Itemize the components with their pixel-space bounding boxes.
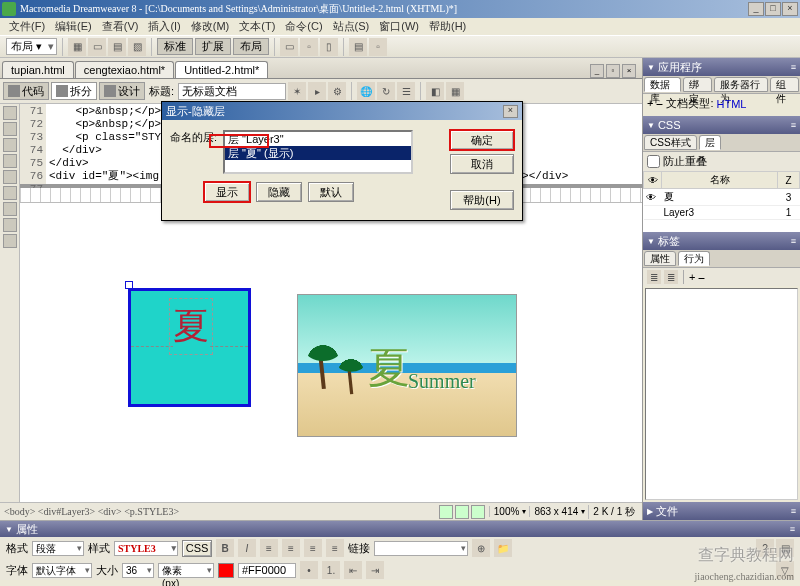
view-code-button[interactable]: 代码 [3, 82, 49, 100]
help-button[interactable]: 帮助(H) [450, 190, 514, 210]
minimize-button[interactable]: _ [748, 2, 764, 16]
outdent-icon[interactable]: ⇤ [344, 561, 362, 579]
preview-icon[interactable]: 🌐 [357, 82, 375, 100]
text-color-swatch[interactable] [218, 563, 234, 578]
panel-tag[interactable]: ▼标签≡ [643, 232, 800, 250]
menu-site[interactable]: 站点(S) [330, 18, 373, 35]
panel-menu-icon[interactable]: ≡ [791, 62, 796, 72]
gutter-icon[interactable] [3, 186, 17, 200]
gutter-icon[interactable] [3, 138, 17, 152]
file-mgmt-icon[interactable]: ⚙ [328, 82, 346, 100]
mode-standard[interactable]: 标准 [157, 38, 193, 55]
image-summer[interactable]: 夏 Summer [297, 294, 517, 437]
tab-untitled2[interactable]: Untitled-2.html* [175, 61, 268, 78]
tab-cengtexiao[interactable]: cengtexiao.html* [75, 61, 174, 78]
default-button[interactable]: 默认 [308, 182, 354, 202]
prevent-overlap-checkbox[interactable] [647, 155, 660, 168]
css-render-icon[interactable]: ▦ [446, 82, 464, 100]
text-color-input[interactable] [238, 563, 296, 578]
doc-type-value[interactable]: HTML [717, 98, 747, 110]
unordered-list-icon[interactable]: • [300, 561, 318, 579]
named-layers-listbox[interactable]: 层 "Layer3" 层 "夏" (显示) [223, 130, 413, 174]
italic-button[interactable]: I [238, 539, 256, 557]
align-justify-icon[interactable]: ≡ [326, 539, 344, 557]
align-right-icon[interactable]: ≡ [304, 539, 322, 557]
table-icon[interactable]: ▤ [108, 38, 126, 56]
menu-edit[interactable]: 编辑(E) [52, 18, 95, 35]
event-icon[interactable]: ≣ [647, 270, 661, 284]
tab-tupian[interactable]: tupian.html [2, 61, 74, 78]
select-tool-icon[interactable] [439, 505, 453, 519]
panel-menu-icon[interactable]: ≡ [791, 120, 796, 130]
cell-icon[interactable]: ▭ [280, 38, 298, 56]
expand-icon[interactable]: ▽ [776, 561, 794, 579]
list-item[interactable]: 层 "Layer3" [225, 132, 411, 146]
rulers-icon[interactable]: ▤ [349, 38, 367, 56]
browse-icon[interactable]: 📁 [494, 539, 512, 557]
validate-icon[interactable]: ✶ [288, 82, 306, 100]
layer-row[interactable]: 👁夏3 [644, 189, 800, 206]
gutter-icon[interactable] [3, 218, 17, 232]
gutter-icon[interactable] [3, 154, 17, 168]
panel-menu-icon[interactable]: ≡ [791, 506, 796, 516]
mode-expanded[interactable]: 扩展 [195, 38, 231, 55]
align-center-icon[interactable]: ≡ [282, 539, 300, 557]
align-left-icon[interactable]: ≡ [260, 539, 278, 557]
menu-commands[interactable]: 命令(C) [282, 18, 325, 35]
panel-menu-icon[interactable]: ≡ [791, 236, 796, 246]
panel-application[interactable]: ▼应用程序≡ [643, 58, 800, 76]
properties-header[interactable]: ▼属性≡ [0, 521, 800, 537]
close-button[interactable]: × [782, 2, 798, 16]
list-item[interactable]: 层 "夏" (显示) [225, 146, 411, 160]
browser-check-icon[interactable]: ▸ [308, 82, 326, 100]
tab-layers[interactable]: 层 [699, 135, 721, 150]
view-options-icon[interactable]: ☰ [397, 82, 415, 100]
layer-layer3[interactable]: 夏 [128, 288, 251, 407]
tab-bindings[interactable]: 绑定 [683, 77, 712, 92]
doc-minimize-button[interactable]: _ [590, 64, 604, 78]
format-dropdown[interactable]: 段落 [32, 541, 84, 556]
panel-files[interactable]: ▶文件≡ [643, 502, 800, 520]
mode-layout[interactable]: 布局 [233, 38, 269, 55]
indent-icon[interactable]: ⇥ [366, 561, 384, 579]
quick-tag-icon[interactable]: ▤ [776, 539, 794, 557]
visual-aids-icon[interactable]: ◧ [426, 82, 444, 100]
text-xia-selected[interactable]: 夏 [173, 302, 209, 351]
style-dropdown[interactable]: STYLE3 [114, 541, 178, 556]
layout-icon[interactable]: ▦ [68, 38, 86, 56]
doc-restore-button[interactable]: ▫ [606, 64, 620, 78]
menu-file[interactable]: 文件(F) [6, 18, 48, 35]
tab-css-styles[interactable]: CSS样式 [644, 135, 697, 150]
gutter-icon[interactable] [3, 202, 17, 216]
hide-button[interactable]: 隐藏 [256, 182, 302, 202]
tag-path[interactable]: <body> <div#Layer3> <div> <p.STYLE3> [4, 506, 438, 517]
action-icon[interactable]: ≣ [664, 270, 678, 284]
hand-tool-icon[interactable] [455, 505, 469, 519]
window-size[interactable]: 863 x 414 [529, 506, 578, 517]
doc-close-button[interactable]: × [622, 64, 636, 78]
view-design-button[interactable]: 设计 [99, 82, 145, 100]
div-icon[interactable]: ▭ [88, 38, 106, 56]
view-split-button[interactable]: 拆分 [51, 82, 97, 100]
tab-database[interactable]: 数据库 [644, 77, 681, 92]
gutter-icon[interactable] [3, 106, 17, 120]
panel-menu-icon[interactable]: ≡ [790, 524, 795, 534]
design-view[interactable]: 夏 夏 Summer [20, 203, 642, 502]
behaviors-list[interactable] [645, 288, 798, 500]
refresh-icon[interactable]: ↻ [377, 82, 395, 100]
tab-components[interactable]: 组件 [770, 77, 799, 92]
font-dropdown[interactable]: 默认字体 [32, 563, 92, 578]
panel-css[interactable]: ▼CSS≡ [643, 116, 800, 134]
category-dropdown[interactable]: 布局 ▾ [6, 38, 57, 55]
zoom-level[interactable]: 100% [489, 506, 520, 517]
size-dropdown[interactable]: 36 [122, 563, 154, 578]
tab-server-behaviors[interactable]: 服务器行为 [714, 77, 768, 92]
gutter-icon[interactable] [3, 122, 17, 136]
menu-insert[interactable]: 插入(I) [145, 18, 183, 35]
point-to-file-icon[interactable]: ⊕ [472, 539, 490, 557]
ordered-list-icon[interactable]: 1. [322, 561, 340, 579]
menu-text[interactable]: 文本(T) [236, 18, 278, 35]
layer-row[interactable]: Layer31 [644, 206, 800, 220]
cancel-button[interactable]: 取消 [450, 154, 514, 174]
link-dropdown[interactable] [374, 541, 468, 556]
